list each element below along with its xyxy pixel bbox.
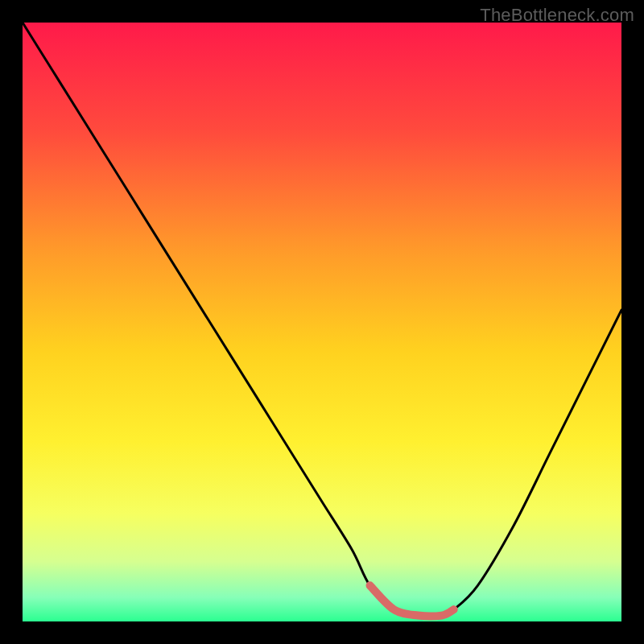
bottleneck-curve	[23, 23, 621, 616]
curve-overlay	[23, 23, 621, 621]
plot-area	[23, 23, 621, 621]
chart-frame: TheBottleneck.com	[0, 0, 644, 644]
bottleneck-optimal-segment	[370, 585, 454, 616]
watermark-text: TheBottleneck.com	[480, 5, 634, 26]
